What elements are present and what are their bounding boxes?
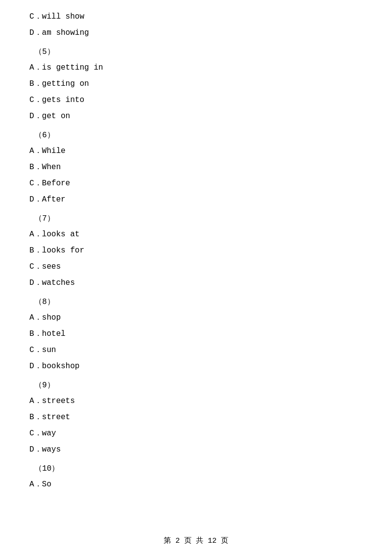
option-item: D．ways: [29, 443, 363, 457]
page-content: C．will showD．am showing（5）A．is getting i…: [0, 0, 392, 523]
option-item: C．way: [29, 427, 363, 441]
option-item: D．get on: [29, 109, 363, 124]
option-item: D．After: [29, 193, 363, 207]
option-item: A．shop: [29, 311, 363, 325]
option-item: B．getting on: [29, 77, 363, 91]
option-item: A．While: [29, 144, 363, 158]
question-number: （7）: [29, 212, 363, 226]
option-item: B．When: [29, 160, 363, 175]
question-number: （9）: [29, 378, 363, 393]
option-item: A．streets: [29, 394, 363, 408]
option-item: C．sun: [29, 343, 363, 357]
option-item: B．street: [29, 410, 363, 425]
question-number: （8）: [29, 295, 363, 309]
option-item: D．watches: [29, 276, 363, 290]
option-item: A．So: [29, 478, 363, 492]
question-number: （5）: [29, 45, 363, 59]
footer-text: 第 2 页 共 12 页: [164, 537, 228, 545]
question-number: （10）: [29, 462, 363, 476]
question-number: （6）: [29, 128, 363, 143]
option-item: D．am showing: [29, 26, 363, 40]
option-item: B．looks for: [29, 244, 363, 258]
option-item: A．looks at: [29, 227, 363, 242]
option-item: D．bookshop: [29, 359, 363, 374]
option-item: B．hotel: [29, 327, 363, 341]
option-item: C．gets into: [29, 93, 363, 107]
option-item: A．is getting in: [29, 61, 363, 75]
option-item: C．sees: [29, 260, 363, 274]
option-item: C．Before: [29, 177, 363, 191]
page-footer: 第 2 页 共 12 页: [0, 536, 392, 545]
option-item: C．will show: [29, 10, 363, 24]
